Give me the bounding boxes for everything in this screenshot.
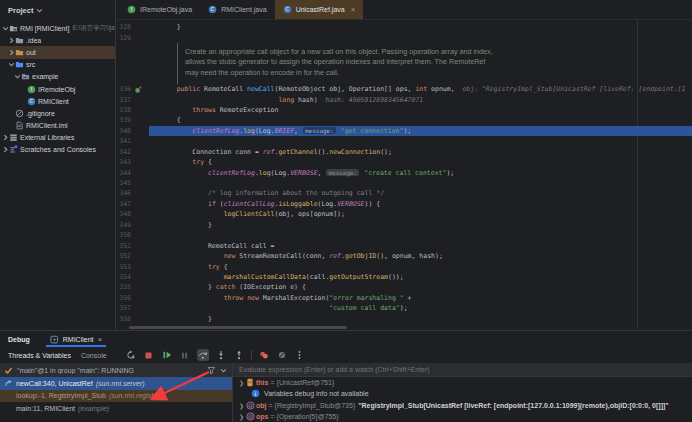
chevron-down-icon[interactable] [2,25,9,32]
breakpoint-gutter[interactable] [131,220,149,230]
code-line-353[interactable]: 353 try { [117,261,692,271]
code-line-329[interactable]: 329 [117,32,692,42]
evaluate-expression-input[interactable]: Evaluate expression (Enter) or add a wat… [233,363,692,377]
code-line-354[interactable]: 354 marshalCustomCallData(call.getOutput… [117,272,692,282]
project-panel-header[interactable]: Project [0,0,115,20]
breakpoint-gutter[interactable] [131,178,149,188]
close-icon[interactable]: × [98,335,103,344]
tab-console[interactable]: Console [81,352,107,359]
line-number[interactable]: 328 [117,23,131,31]
tree-item-scratches-and-consoles[interactable]: Scratches and Consoles [0,144,115,156]
tree-item-rmi-rmiclient-[interactable]: RMI [RMIClient]E:\语言学习\ija [0,22,115,34]
line-number[interactable]: 358 [117,315,131,323]
code-line-351[interactable]: 351 RemoteCall call = [117,240,692,250]
tree-item-out[interactable]: out [0,46,115,58]
breakpoint-gutter[interactable] [131,240,149,250]
code-line-358[interactable]: 358 } [117,314,692,324]
line-number[interactable]: 353 [117,263,131,271]
breakpoint-gutter[interactable] [131,209,149,219]
tree-item--gitignore[interactable]: .gitignore [0,107,115,119]
thread-status-row[interactable]: "main"@1 in group "main": RUNNING [0,363,232,377]
breakpoint-gutter[interactable] [131,147,149,157]
line-number[interactable]: 348 [117,210,131,218]
code-line-344[interactable]: 344 clientRefLog.log(Log.VERBOSE, messag… [117,167,692,177]
line-number[interactable]: 346 [117,189,131,197]
tree-item-src[interactable]: src [0,59,115,71]
line-number[interactable]: 336 [117,85,131,93]
breakpoint-gutter[interactable] [131,22,149,32]
filter-icon[interactable] [207,366,216,375]
line-number[interactable]: 357 [117,304,131,312]
breakpoint-gutter[interactable] [131,136,149,146]
editor-tab-iremoteobj-java[interactable]: IIRemoteObj.java [119,0,200,19]
tree-item-rmiclient-iml[interactable]: RMIClient.iml [0,120,115,132]
resume-button[interactable] [161,349,173,361]
line-number[interactable]: 347 [117,200,131,208]
breakpoint-gutter[interactable] [131,272,149,282]
code-line-337[interactable]: 337 long hash) hash: 4905912898345647071 [117,94,692,104]
line-number[interactable]: 355 [117,283,131,291]
code-line-349[interactable]: 349 } [117,220,692,230]
chevron-right-icon[interactable] [2,134,9,141]
variable-row-this[interactable]: ❯this={UnicastRef@751} [233,377,692,388]
code-line-338[interactable]: 338 throws RemoteException [117,105,692,115]
breakpoint-gutter[interactable] [131,32,149,42]
breakpoint-gutter[interactable] [131,303,149,313]
line-number[interactable]: 345 [117,179,131,187]
code-line-352[interactable]: 352 new StreamRemoteCall(conn, ref.getOb… [117,251,692,261]
code-line-328[interactable]: 328 } [117,22,692,32]
line-number[interactable]: 350 [117,231,131,239]
breakpoint-gutter[interactable] [131,157,149,167]
horizontal-scrollbar[interactable] [129,326,347,329]
breakpoint-gutter[interactable] [131,261,149,271]
expand-chevron-icon[interactable]: ❯ [237,379,246,386]
code-line-347[interactable]: 347 if (clientCallLog.isLoggable(Log.VER… [117,199,692,209]
line-number[interactable]: 356 [117,294,131,302]
breakpoint-gutter[interactable] [131,126,149,136]
code-editor[interactable]: 328 }329Create an appropriate call objec… [117,20,692,330]
bp-view-button[interactable] [258,349,270,361]
kebab-button[interactable] [294,349,306,361]
line-number[interactable]: 329 [117,34,131,42]
breakpoint-gutter[interactable] [131,115,149,125]
chevron-right-icon[interactable] [8,49,15,56]
code-line-348[interactable]: 348 logClientCall(obj, ops[opnum]); [117,209,692,219]
chevron-down-icon[interactable] [220,367,227,374]
breakpoint-gutter[interactable] [131,230,149,240]
breakpoint-gutter[interactable] [131,251,149,261]
variables-info-row[interactable]: iVariables debug info not available [233,388,692,399]
breakpoint-gutter[interactable] [131,94,149,104]
close-icon[interactable]: × [351,5,356,14]
debug-session-tab[interactable]: RMIClient × [44,331,108,347]
tab-threads-variables[interactable]: Threads & Variables [8,352,71,359]
code-line-342[interactable]: 342 Connection conn = ref.getChannel().n… [117,147,692,157]
line-number[interactable]: 354 [117,273,131,281]
tree-item-external-libraries[interactable]: External Libraries [0,132,115,144]
chevron-down-icon[interactable] [14,73,21,80]
code-line-355[interactable]: 355 } catch (IOException e) { [117,282,692,292]
bp-mute-button[interactable] [276,349,288,361]
variable-row-ops[interactable]: ❯@ops={Operation[5]@755} [233,411,692,422]
code-line-343[interactable]: 343 try { [117,157,692,167]
tree-item-example[interactable]: example [0,71,115,83]
frame-row-0[interactable]: newCall:340, UnicastRef(sun.rmi.server) [0,377,232,390]
line-number[interactable]: 343 [117,158,131,166]
expand-chevron-icon[interactable]: ❯ [237,402,246,409]
frame-row-1[interactable]: lookup:-1, RegistryImpl_Stub(sun.rmi.reg… [0,390,232,403]
line-number[interactable]: 341 [117,137,131,145]
breakpoint-gutter[interactable] [131,314,149,324]
code-line-341[interactable]: 341 [117,136,692,146]
line-number[interactable]: 338 [117,106,131,114]
code-line-357[interactable]: 357 "custom call data"); [117,303,692,313]
editor-tab-rmiclient-java[interactable]: CRMIClient.java [200,0,275,19]
breakpoint-gutter[interactable] [131,167,149,177]
line-number[interactable]: 339 [117,116,131,124]
line-number[interactable]: 342 [117,148,131,156]
pause-button[interactable] [179,349,191,361]
line-number[interactable]: 352 [117,252,131,260]
editor-tab-unicastref-java[interactable]: CUnicastRef.java× [275,0,364,19]
stop-button[interactable] [143,349,155,361]
frame-row-2[interactable]: main:11, RMIClient(example) [0,402,232,415]
line-number[interactable]: 349 [117,221,131,229]
breakpoint-gutter[interactable] [131,199,149,209]
